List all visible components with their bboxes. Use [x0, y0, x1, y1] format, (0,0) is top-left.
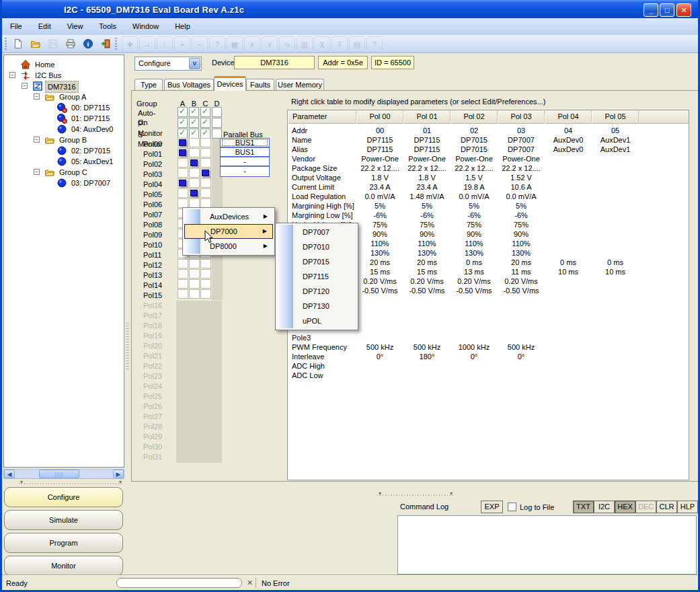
- pol-cell-pol05-c[interactable]: [200, 188, 211, 198]
- log-format-button-txt[interactable]: TXT: [573, 501, 594, 513]
- pol-cell-pol02-b[interactable]: [189, 158, 200, 168]
- pol-cell-pol02-a[interactable]: [178, 158, 188, 168]
- tree-item-home[interactable]: Home: [4, 59, 124, 70]
- log-splitter[interactable]: ▾ ▾: [377, 492, 454, 497]
- tab-user-memory[interactable]: User Memory: [276, 79, 324, 91]
- table-row[interactable]: Load Regulation0.0 mV/A1.48 mV/A0.0 mV/A…: [288, 192, 689, 201]
- pol-cell-pol00-c[interactable]: [200, 138, 211, 147]
- pol-cell-pol02-c[interactable]: [200, 158, 211, 168]
- table-row[interactable]: NameDP7115DP7115DP7015DP7007AuxDev0AuxDe…: [288, 135, 689, 145]
- pol-cell-pol13-b[interactable]: [189, 269, 200, 279]
- toolbar-grip-2[interactable]: [115, 38, 117, 50]
- table-row[interactable]: ADC Low: [288, 371, 689, 380]
- submenu-item-dp7015[interactable]: DP7015: [277, 254, 356, 269]
- submenu-item-dp7120[interactable]: DP7120: [277, 284, 356, 299]
- table-row[interactable]: Margining High [%]5%5%5%5%: [288, 201, 689, 211]
- pol-cell-pol12-b[interactable]: [189, 259, 200, 268]
- checkbox-auto-on-d[interactable]: [212, 107, 222, 117]
- pol-cell-pol06-a[interactable]: [178, 198, 188, 208]
- export-button[interactable]: EXP: [481, 501, 503, 513]
- menu-tools[interactable]: Tools: [91, 18, 124, 35]
- pol-cell-pol03-c[interactable]: [200, 168, 211, 178]
- pol-cell-pol06-b[interactable]: [189, 198, 200, 208]
- command-log-output[interactable]: [397, 515, 697, 575]
- pol-cell-pol15-b[interactable]: [189, 289, 200, 299]
- scroll-thumb[interactable]: [39, 470, 79, 478]
- maximize-button[interactable]: □: [660, 3, 674, 17]
- minimize-button[interactable]: _: [644, 3, 658, 17]
- tab-bus-voltages[interactable]: Bus Voltages: [164, 79, 214, 91]
- table-row[interactable]: AliasDP7115DP7115DP7015DP7007AuxDev0AuxD…: [288, 145, 689, 154]
- tree-item-i2c-bus[interactable]: −I2C Bus: [4, 70, 124, 81]
- context-menu-item-dp8000[interactable]: DP8000▶: [184, 239, 273, 254]
- table-row[interactable]: Margining Low [%]-6%-6%-6%-6%: [288, 211, 689, 220]
- context-menu-item-auxdevices[interactable]: AuxDevices▶: [184, 209, 273, 224]
- checkbox-p-monitor-a[interactable]: ✓: [178, 118, 188, 128]
- menu-help[interactable]: Help: [167, 18, 198, 35]
- pol-cell-pol03-a[interactable]: [178, 168, 188, 178]
- scroll-left-icon[interactable]: ◀: [4, 470, 15, 478]
- checkbox-p-monitor-d[interactable]: [212, 118, 222, 128]
- checkbox-auto-on-b[interactable]: ✓: [189, 107, 199, 117]
- table-row[interactable]: Interleave0°180°0°0°: [288, 352, 689, 361]
- parallel-bus-entry[interactable]: BUS1: [221, 139, 269, 148]
- tree-item-group-a[interactable]: −Group A: [4, 91, 124, 102]
- pol-cell-pol05-a[interactable]: [178, 188, 188, 198]
- pol-cell-pol04-b[interactable]: [189, 178, 200, 188]
- table-row[interactable]: Pole3: [288, 333, 689, 342]
- parallel-bus-entry[interactable]: -: [221, 167, 269, 176]
- pol-cell-pol05-b[interactable]: [189, 188, 200, 198]
- checkbox-p-monitor-c[interactable]: ✓: [200, 118, 210, 128]
- parallel-bus-entry[interactable]: -: [221, 157, 269, 167]
- print-icon[interactable]: [63, 36, 79, 52]
- tree-item-group-c[interactable]: −Group C: [4, 167, 124, 178]
- scroll-right-icon[interactable]: ▶: [113, 470, 124, 478]
- checkbox-s-monitor-b[interactable]: ✓: [189, 128, 199, 139]
- tree-expander-icon[interactable]: −: [9, 72, 15, 78]
- pol-cell-pol13-a[interactable]: [178, 269, 188, 279]
- pol-cell-pol01-b[interactable]: [189, 148, 200, 157]
- checkbox-s-monitor-a[interactable]: ✓: [178, 128, 188, 139]
- log-format-button-hex[interactable]: HEX: [615, 501, 635, 513]
- tree-expander-icon[interactable]: −: [22, 83, 28, 89]
- pol-cell-pol04-a[interactable]: [178, 178, 188, 188]
- pol-cell-pol15-a[interactable]: [178, 289, 188, 299]
- mode-combobox[interactable]: Configure ˅: [134, 57, 202, 71]
- pol-cell-pol00-a[interactable]: [178, 138, 188, 147]
- tab-type[interactable]: Type: [134, 79, 163, 91]
- context-menu-item-dp7000[interactable]: DP7000▶: [184, 224, 273, 239]
- tab-faults[interactable]: Faults: [246, 79, 274, 91]
- pol-cell-pol14-b[interactable]: [189, 279, 200, 289]
- table-row[interactable]: Output Voltage1.8 V1.8 V1.5 V1.52 V: [288, 173, 689, 182]
- menu-view[interactable]: View: [59, 18, 91, 35]
- open-file-icon[interactable]: [28, 36, 44, 52]
- tree-item-04-auxdev0[interactable]: 04: AuxDev0: [4, 124, 124, 135]
- nav-button-monitor[interactable]: Monitor: [4, 556, 123, 576]
- submenu-item-dp7010[interactable]: DP7010: [277, 239, 356, 254]
- checkbox-s-monitor-d[interactable]: [212, 128, 222, 139]
- submenu-item-dp7007[interactable]: DP7007: [277, 225, 356, 239]
- pol-cell-pol00-b[interactable]: [189, 138, 200, 147]
- nav-button-program[interactable]: Program: [4, 533, 123, 553]
- pol-cell-pol14-c[interactable]: [200, 279, 211, 289]
- exit-icon[interactable]: [98, 36, 114, 52]
- table-row[interactable]: Package Size22.2 x 12....22.2 x 12....22…: [288, 163, 689, 173]
- nav-button-configure[interactable]: Configure: [4, 487, 123, 507]
- chevron-down-icon[interactable]: ˅: [189, 58, 200, 69]
- log-format-button-clr[interactable]: CLR: [656, 501, 677, 513]
- tab-devices[interactable]: Devices: [214, 76, 246, 91]
- log-format-button-i2c[interactable]: I2C: [594, 501, 615, 513]
- log-format-button-hlp[interactable]: HLP: [677, 501, 698, 513]
- parallel-bus-entry[interactable]: BUS1: [221, 148, 269, 157]
- clear-error-icon[interactable]: ✕: [245, 578, 256, 588]
- submenu-item-dp7130[interactable]: DP7130: [277, 299, 356, 313]
- tree-expander-icon[interactable]: −: [34, 94, 40, 100]
- submenu-item-upol[interactable]: uPOL: [277, 313, 356, 328]
- pol-cell-pol14-a[interactable]: [178, 279, 188, 289]
- submenu-item-dp7115[interactable]: DP7115: [277, 269, 356, 284]
- menu-file[interactable]: File: [2, 18, 30, 35]
- pol-cell-pol15-c[interactable]: [200, 289, 211, 299]
- table-row[interactable]: PWM Frequency500 kHz500 kHz1000 kHz500 k…: [288, 342, 689, 352]
- pol-cell-pol06-c[interactable]: [200, 198, 211, 208]
- left-bottom-splitter[interactable]: ▾ ▾: [19, 481, 123, 486]
